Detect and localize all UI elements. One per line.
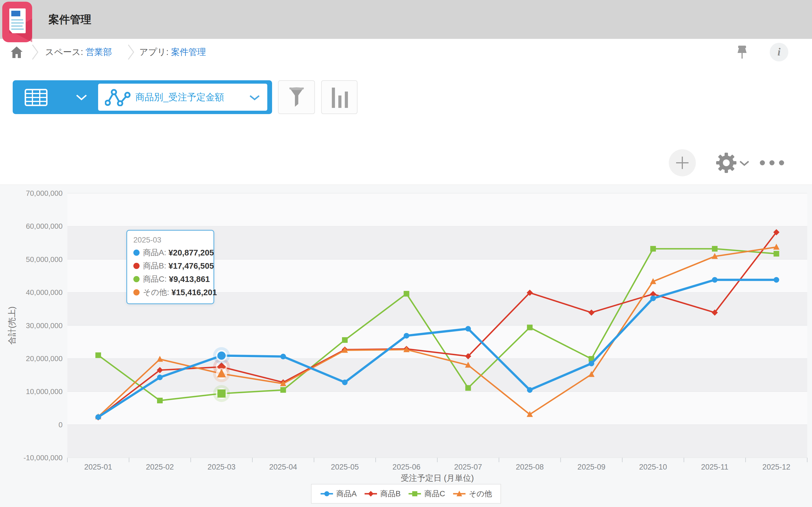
- toolbar: 商品別_受注予定金額: [0, 65, 812, 135]
- gear-icon: [716, 152, 737, 173]
- svg-text:2025-04: 2025-04: [269, 463, 297, 471]
- tooltip-value: ¥20,877,205: [168, 248, 214, 258]
- legend-label: 商品C: [424, 489, 445, 499]
- svg-text:2025-10: 2025-10: [639, 463, 667, 471]
- legend-item-product-c[interactable]: 商品C: [408, 489, 445, 499]
- breadcrumb-separator-icon: [128, 44, 135, 60]
- tooltip-label: 商品A:: [143, 247, 166, 258]
- view-switcher-button[interactable]: 商品別_受注予定金額: [13, 80, 272, 114]
- svg-text:20,000,000: 20,000,000: [26, 354, 63, 363]
- series-marker-icon: [320, 490, 334, 498]
- svg-text:-10,000,000: -10,000,000: [23, 453, 63, 462]
- more-options-button[interactable]: [757, 149, 784, 176]
- info-icon[interactable]: i: [770, 43, 788, 61]
- breadcrumb-space: スペース: 営業部: [45, 39, 112, 65]
- line-chart-icon: [105, 88, 132, 106]
- tooltip-label: その他:: [143, 287, 169, 298]
- plus-icon: [675, 156, 689, 170]
- breadcrumb-app: アプリ: 案件管理: [139, 39, 206, 65]
- series-marker-icon: [364, 490, 377, 498]
- svg-text:60,000,000: 60,000,000: [26, 222, 63, 230]
- breadcrumb-space-label: スペース:: [45, 47, 83, 57]
- chart-legend: 商品A 商品B 商品C その他: [311, 484, 501, 504]
- svg-text:2025-08: 2025-08: [516, 463, 544, 471]
- chart-tooltip: 2025-03 商品A: ¥20,877,205 商品B: ¥17,476,50…: [126, 230, 214, 304]
- tooltip-row: 商品B: ¥17,476,505: [133, 261, 207, 271]
- filter-button[interactable]: [278, 80, 315, 114]
- tooltip-row: 商品A: ¥20,877,205: [133, 247, 207, 258]
- svg-text:2025-09: 2025-09: [577, 463, 605, 471]
- home-icon[interactable]: [10, 46, 23, 59]
- table-view-icon: [24, 89, 48, 106]
- tooltip-value: ¥17,476,505: [168, 262, 214, 271]
- tooltip-label: 商品C:: [143, 274, 167, 284]
- breadcrumb-separator-icon: [32, 44, 39, 60]
- app-header: 案件管理: [0, 0, 812, 39]
- tooltip-label: 商品B:: [143, 261, 166, 271]
- svg-text:2025-01: 2025-01: [84, 463, 112, 471]
- breadcrumb-space-link[interactable]: 営業部: [86, 47, 112, 57]
- svg-text:2025-03: 2025-03: [207, 463, 236, 471]
- legend-item-product-b[interactable]: 商品B: [364, 489, 401, 499]
- svg-text:受注予定日 (月単位): 受注予定日 (月単位): [401, 473, 474, 483]
- svg-text:10,000,000: 10,000,000: [26, 387, 63, 396]
- chevron-down-icon: [249, 95, 260, 101]
- legend-label: その他: [469, 489, 492, 499]
- chart-view-select[interactable]: 商品別_受注予定金額: [98, 83, 267, 111]
- add-button[interactable]: [669, 149, 696, 176]
- pin-icon[interactable]: [735, 45, 749, 60]
- svg-text:40,000,000: 40,000,000: [26, 288, 63, 297]
- chevron-down-icon[interactable]: [739, 161, 749, 166]
- breadcrumb-app-label: アプリ:: [139, 47, 168, 57]
- tooltip-value: ¥9,413,861: [169, 275, 210, 284]
- series-dot: [133, 249, 140, 256]
- chevron-down-icon: [76, 94, 87, 101]
- svg-text:2025-06: 2025-06: [393, 463, 420, 471]
- svg-text:70,000,000: 70,000,000: [26, 189, 63, 198]
- tooltip-row: 商品C: ¥9,413,861: [133, 274, 207, 284]
- series-marker-icon: [453, 490, 466, 498]
- svg-text:2025-07: 2025-07: [454, 463, 482, 471]
- page-title: 案件管理: [49, 0, 91, 39]
- breadcrumb: スペース: 営業部 アプリ: 案件管理 i: [0, 39, 812, 66]
- line-chart: 70,000,00060,000,00050,000,00040,000,000…: [0, 185, 812, 507]
- filter-funnel-icon: [288, 87, 306, 108]
- legend-item-other[interactable]: その他: [453, 489, 492, 499]
- svg-text:合計(売上): 合計(売上): [7, 306, 16, 344]
- bar-chart-icon: [328, 85, 351, 111]
- legend-item-product-a[interactable]: 商品A: [320, 489, 357, 499]
- tooltip-date: 2025-03: [133, 236, 207, 244]
- app-icon[interactable]: [2, 2, 32, 42]
- tooltip-value: ¥15,416,201: [171, 288, 217, 297]
- ellipsis-icon: [758, 160, 788, 166]
- selected-chart-name: 商品別_受注予定金額: [135, 83, 224, 111]
- legend-label: 商品A: [336, 489, 357, 499]
- chart-area: 70,000,00060,000,00050,000,00040,000,000…: [0, 184, 812, 507]
- svg-text:50,000,000: 50,000,000: [26, 255, 63, 264]
- svg-text:2025-11: 2025-11: [701, 463, 728, 471]
- svg-text:2025-05: 2025-05: [331, 463, 359, 471]
- chart-button[interactable]: [321, 80, 357, 114]
- svg-text:2025-02: 2025-02: [146, 463, 174, 471]
- svg-text:30,000,000: 30,000,000: [26, 321, 63, 330]
- series-marker-icon: [408, 490, 421, 498]
- settings-button[interactable]: [713, 149, 740, 176]
- breadcrumb-app-link[interactable]: 案件管理: [171, 47, 206, 57]
- svg-text:2025-12: 2025-12: [762, 463, 790, 471]
- series-dot: [133, 263, 140, 269]
- tooltip-row: その他: ¥15,416,201: [133, 287, 207, 298]
- series-dot: [133, 276, 140, 282]
- legend-label: 商品B: [380, 489, 401, 499]
- svg-text:0: 0: [59, 420, 63, 429]
- series-dot: [133, 289, 140, 295]
